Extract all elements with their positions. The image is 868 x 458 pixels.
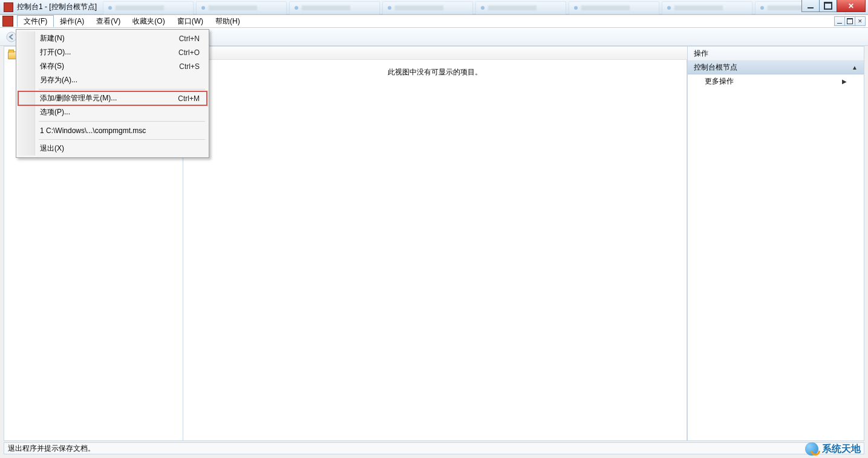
submenu-right-icon: ▶: [842, 78, 847, 85]
file-menu-new-shortcut: Ctrl+N: [179, 34, 200, 43]
menu-help-label: 帮助(H): [215, 16, 240, 27]
mdi-minimize-button[interactable]: [834, 16, 845, 26]
dropdown-separator: [39, 139, 205, 140]
file-menu-dropdown: 新建(N) Ctrl+N 打开(O)... Ctrl+O 保存(S) Ctrl+…: [16, 29, 209, 158]
file-menu-options-label: 选项(P)...: [40, 107, 70, 117]
file-menu-exit-label: 退出(X): [40, 143, 64, 154]
menu-help[interactable]: 帮助(H): [209, 15, 246, 27]
mmc-window: 控制台1 - [控制台根节点] 文件(F) 操作(A) 查看(V) 收藏夹(O)…: [0, 0, 868, 458]
file-menu-exit[interactable]: 退出(X): [18, 142, 207, 155]
file-menu-open-label: 打开(O)...: [40, 47, 71, 57]
titlebar: 控制台1 - [控制台根节点]: [0, 0, 868, 15]
menu-favorites-label: 收藏夹(O): [132, 16, 165, 27]
file-menu-add-remove-snapin[interactable]: 添加/删除管理单元(M)... Ctrl+M: [18, 91, 207, 105]
mdi-close-button[interactable]: [855, 16, 866, 26]
background-taskbar-tabs: [103, 0, 801, 15]
file-menu-open-shortcut: Ctrl+O: [178, 48, 200, 57]
file-menu-open[interactable]: 打开(O)... Ctrl+O: [18, 45, 207, 59]
file-menu-save-as[interactable]: 另存为(A)...: [18, 73, 207, 87]
menu-view-label: 查看(V): [96, 16, 120, 27]
menubar: 文件(F) 操作(A) 查看(V) 收藏夹(O) 窗口(W) 帮助(H): [0, 15, 868, 28]
file-menu-recent-1-label: 1 C:\Windows\...\compmgmt.msc: [40, 126, 146, 135]
menu-window[interactable]: 窗口(W): [171, 15, 209, 27]
actions-pane-title-label: 操作: [694, 48, 708, 59]
mdi-buttons: [835, 16, 866, 26]
actions-section-label: 控制台根节点: [694, 62, 737, 73]
window-title: 控制台1 - [控制台根节点]: [17, 2, 97, 12]
minimize-button[interactable]: [801, 0, 820, 12]
mdi-restore-button[interactable]: [844, 16, 855, 26]
empty-list-message: 此视图中没有可显示的项目。: [388, 67, 482, 436]
maximize-button[interactable]: [819, 0, 837, 12]
watermark-text: 系统天地: [822, 443, 861, 456]
actions-pane-title: 操作: [688, 47, 864, 61]
file-menu-add-remove-label: 添加/删除管理单元(M)...: [40, 93, 117, 103]
actions-more-label: 更多操作: [705, 76, 734, 87]
menu-window-label: 窗口(W): [177, 16, 203, 27]
file-menu-save[interactable]: 保存(S) Ctrl+S: [18, 59, 207, 73]
actions-more[interactable]: 更多操作 ▶: [688, 74, 864, 88]
actions-pane: 操作 控制台根节点 ▲ 更多操作 ▶: [687, 47, 864, 440]
file-menu-recent-1[interactable]: 1 C:\Windows\...\compmgmt.msc: [18, 123, 207, 137]
file-menu-save-label: 保存(S): [40, 61, 64, 71]
center-pane-wrapper: 名称 此视图中没有可显示的项目。: [183, 47, 687, 440]
menu-action[interactable]: 操作(A): [54, 15, 90, 27]
menu-action-label: 操作(A): [60, 16, 84, 27]
list-pane[interactable]: 此视图中没有可显示的项目。: [183, 47, 687, 440]
menu-view[interactable]: 查看(V): [90, 15, 126, 27]
list-header-name[interactable]: 名称: [183, 47, 687, 60]
statusbar-text: 退出程序并提示保存文档。: [8, 443, 95, 454]
menu-file-label: 文件(F): [24, 16, 47, 27]
statusbar: 退出程序并提示保存文档。: [4, 442, 864, 454]
globe-icon: [805, 442, 818, 456]
system-buttons: [802, 0, 866, 12]
collapse-up-icon: ▲: [852, 64, 858, 71]
close-button[interactable]: [837, 0, 866, 12]
mdi-app-icon: [2, 16, 13, 27]
watermark: 系统天地: [805, 442, 861, 456]
app-icon: [4, 2, 13, 12]
svg-point-0: [7, 32, 16, 42]
file-menu-save-as-label: 另存为(A)...: [40, 75, 77, 85]
actions-section-header[interactable]: 控制台根节点 ▲: [688, 61, 864, 74]
file-menu-new-label: 新建(N): [40, 33, 65, 44]
menu-favorites[interactable]: 收藏夹(O): [126, 15, 171, 27]
dropdown-separator: [39, 121, 205, 122]
file-menu-save-shortcut: Ctrl+S: [179, 62, 200, 71]
menu-file[interactable]: 文件(F): [17, 15, 54, 27]
dropdown-separator: [39, 89, 205, 90]
file-menu-options[interactable]: 选项(P)...: [18, 105, 207, 119]
file-menu-add-remove-shortcut: Ctrl+M: [178, 94, 200, 103]
file-menu-new[interactable]: 新建(N) Ctrl+N: [18, 31, 207, 45]
